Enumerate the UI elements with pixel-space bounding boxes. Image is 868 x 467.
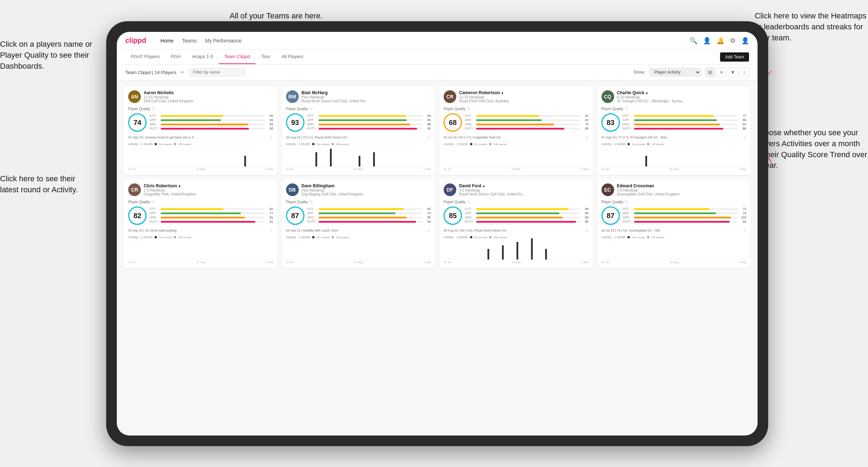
- add-team-button[interactable]: Add Team: [720, 52, 749, 62]
- stat-value: 96: [582, 220, 589, 223]
- chart-date: 31 Jul: [601, 261, 609, 264]
- player-grid: AN Aaron Nicholls 11-15 Handicap Drift G…: [124, 86, 750, 268]
- pq-circle[interactable]: 82: [128, 206, 147, 225]
- bell-icon[interactable]: 🔔: [716, 37, 724, 45]
- stat-bar: [161, 217, 245, 218]
- avatar-nav[interactable]: 👤: [741, 37, 749, 45]
- verified-badge: ●: [178, 184, 181, 188]
- stat-value: 94: [424, 220, 431, 223]
- on-course-bar: [359, 156, 360, 166]
- subnav-hcaps[interactable]: Hcaps 1-5: [187, 50, 219, 64]
- off-course-legend: [332, 236, 334, 238]
- pq-circle[interactable]: 68: [444, 113, 462, 132]
- stat-value: 77: [266, 211, 273, 215]
- player-header: EC Edward Crossman 1-5 Handicap Sunningd…: [601, 183, 747, 196]
- player-card[interactable]: BM Blair McHarg Plus Handicap Royal Nort…: [282, 86, 435, 175]
- player-club: Royal North Devon Golf Club, United Kin.…: [302, 99, 431, 103]
- off-course-legend: [332, 143, 334, 145]
- on-course-legend: [470, 143, 472, 145]
- stat-label: ARG: [149, 123, 159, 126]
- latest-round[interactable]: 04 Sep 23 | Mobility with coach, Gym →: [286, 228, 431, 233]
- player-name[interactable]: Edward Crossman: [617, 183, 747, 188]
- stat-bar: [476, 115, 539, 117]
- player-card[interactable]: EC Edward Crossman 1-5 Handicap Sunningd…: [597, 179, 751, 268]
- pq-label: Player Quality ⓘ: [128, 200, 273, 204]
- stat-bar-bg: [634, 119, 738, 121]
- avatar-initials: CR: [444, 90, 456, 103]
- player-name[interactable]: Chris Robertson ●: [144, 183, 273, 188]
- chart-date: 31 Jul: [444, 261, 451, 264]
- player-card[interactable]: DF David Ford ● 1-5 Handicap Royal North…: [439, 179, 593, 268]
- search-input[interactable]: [189, 68, 246, 76]
- verified-badge: ●: [501, 91, 503, 95]
- search-icon[interactable]: 🔍: [690, 37, 697, 45]
- pq-circle[interactable]: 87: [601, 206, 620, 225]
- player-name[interactable]: Blair McHarg: [302, 90, 431, 95]
- latest-round[interactable]: 18 Jul 23 | 74 (+4), Sunningdale GC - Ol…: [601, 228, 747, 233]
- subnav-tour[interactable]: Tour: [256, 50, 276, 64]
- sort-icon[interactable]: ↕: [739, 67, 749, 77]
- filter-icon[interactable]: ▼: [728, 67, 738, 77]
- stat-value: 84: [424, 114, 431, 118]
- stat-bar: [161, 221, 255, 223]
- subnav-team-clippd[interactable]: Team Clippd: [219, 50, 256, 64]
- player-name[interactable]: Aaron Nicholls: [144, 90, 273, 95]
- player-name[interactable]: David Ford ●: [459, 183, 589, 188]
- off-course-legend: [174, 236, 176, 238]
- annotation-right1: Click here to view the Heatmaps or leade…: [755, 11, 868, 43]
- activity-label: Activity · 1 Month On course Off course: [444, 235, 589, 239]
- grid-content: AN Aaron Nicholls 11-15 Handicap Drift G…: [117, 80, 758, 435]
- nav-home[interactable]: Home: [160, 36, 173, 45]
- pq-circle[interactable]: 83: [601, 113, 620, 132]
- chart-bar-group: [373, 152, 387, 166]
- latest-round[interactable]: 07 Aug 23 | 77 (+7), St George's Hill GC…: [601, 135, 747, 139]
- person-icon[interactable]: 👤: [703, 37, 711, 45]
- subnav-pga[interactable]: PGA: [165, 50, 186, 64]
- chart-bars: [128, 240, 273, 260]
- latest-round[interactable]: 26 Aug 23 | 84 (+12), Royal North Devon …: [444, 228, 589, 233]
- chart-bar-group: [516, 242, 530, 260]
- nav-teams[interactable]: Teams: [182, 36, 196, 45]
- activity-label: Activity · 1 Month On course Off course: [128, 142, 273, 146]
- latest-round[interactable]: 02 Sep 23 | Sunrise round to get back in…: [128, 135, 273, 139]
- chart-bar-group: [487, 249, 501, 260]
- stat-label: APP: [623, 211, 633, 215]
- latest-round[interactable]: 26 Aug 23 | 73 (+1), Royal North Devon G…: [286, 135, 431, 139]
- settings-icon[interactable]: ⚙: [730, 37, 736, 45]
- stat-bar-bg: [319, 212, 423, 214]
- player-name[interactable]: Dave Billingham: [302, 183, 431, 188]
- stat-bar-bg: [161, 212, 265, 214]
- stat-label: PUTT: [623, 127, 633, 130]
- pq-circle[interactable]: 85: [444, 206, 462, 225]
- chart-bars: [601, 147, 747, 166]
- grid-view-icon[interactable]: ⊞: [705, 67, 715, 77]
- nav-my-performance[interactable]: My Performance: [205, 36, 241, 45]
- pq-circle[interactable]: 93: [286, 113, 304, 132]
- player-card[interactable]: DB Dave Billingham Plus Handicap Sog Mag…: [282, 179, 435, 268]
- pq-row: 87 OTT 82 APP 74 ARG 85 PUTT: [286, 206, 431, 225]
- player-name[interactable]: Cameron Robertson ●: [459, 90, 589, 95]
- player-card[interactable]: AN Aaron Nicholls 11-15 Handicap Drift G…: [124, 86, 278, 175]
- edit-icon[interactable]: ✏: [181, 69, 185, 75]
- subnav-all-players[interactable]: All Players: [276, 50, 309, 64]
- player-name[interactable]: Charlie Quick ●: [617, 90, 747, 95]
- subnav-pgat[interactable]: PGAT Players: [125, 50, 165, 64]
- off-course-legend: [174, 143, 176, 145]
- pq-circle[interactable]: 87: [286, 206, 304, 225]
- stat-bar-bg: [161, 208, 265, 210]
- stat-label: ARG: [623, 123, 633, 126]
- player-card[interactable]: CQ Charlie Quick ● 6-10 Handicap St. Geo…: [597, 86, 751, 175]
- chart-bars: [286, 240, 431, 260]
- list-view-icon[interactable]: ≡: [716, 67, 726, 77]
- player-card[interactable]: CR Chris Robertson ● 1-5 Handicap Craigm…: [124, 179, 278, 268]
- stat-label: ARG: [465, 216, 475, 219]
- latest-round[interactable]: 02 Jul 23 | 59 (+17), Craigmillar Park G…: [444, 135, 589, 139]
- stat-value: 85: [424, 216, 431, 219]
- stat-bar-bg: [476, 217, 580, 218]
- avatar-initials: DB: [286, 183, 299, 196]
- pq-circle[interactable]: 74: [128, 113, 147, 132]
- latest-round[interactable]: 03 Mar 23 | 19, Must make putting →: [128, 228, 273, 233]
- player-card[interactable]: CR Cameron Robertson ● 11-15 Handicap Ro…: [439, 86, 593, 175]
- annotation-top: All of your Teams are here.: [205, 11, 347, 22]
- show-select[interactable]: Player Activity Quality Score Trend: [650, 68, 701, 76]
